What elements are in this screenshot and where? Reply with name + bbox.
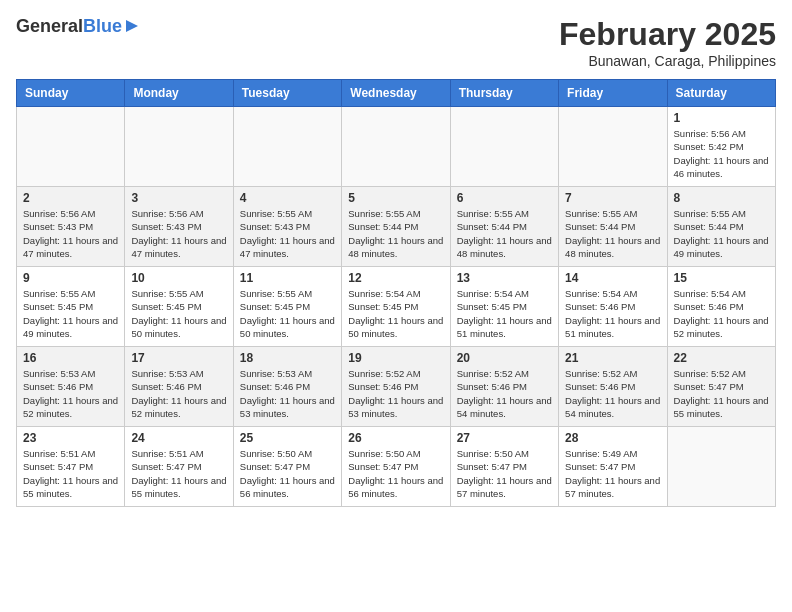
calendar-cell: [450, 107, 558, 187]
day-number: 3: [131, 191, 226, 205]
day-info: Sunrise: 5:54 AM Sunset: 5:46 PM Dayligh…: [565, 287, 660, 340]
calendar-week-row: 2Sunrise: 5:56 AM Sunset: 5:43 PM Daylig…: [17, 187, 776, 267]
day-number: 12: [348, 271, 443, 285]
day-number: 1: [674, 111, 769, 125]
day-info: Sunrise: 5:49 AM Sunset: 5:47 PM Dayligh…: [565, 447, 660, 500]
day-number: 20: [457, 351, 552, 365]
calendar-week-row: 23Sunrise: 5:51 AM Sunset: 5:47 PM Dayli…: [17, 427, 776, 507]
calendar-cell: [559, 107, 667, 187]
weekday-header: Friday: [559, 80, 667, 107]
calendar-cell: 11Sunrise: 5:55 AM Sunset: 5:45 PM Dayli…: [233, 267, 341, 347]
day-info: Sunrise: 5:55 AM Sunset: 5:45 PM Dayligh…: [240, 287, 335, 340]
location: Bunawan, Caraga, Philippines: [559, 53, 776, 69]
day-info: Sunrise: 5:56 AM Sunset: 5:42 PM Dayligh…: [674, 127, 769, 180]
day-number: 16: [23, 351, 118, 365]
day-info: Sunrise: 5:52 AM Sunset: 5:46 PM Dayligh…: [348, 367, 443, 420]
weekday-header: Monday: [125, 80, 233, 107]
calendar-table: SundayMondayTuesdayWednesdayThursdayFrid…: [16, 79, 776, 507]
calendar-cell: [125, 107, 233, 187]
calendar-cell: 3Sunrise: 5:56 AM Sunset: 5:43 PM Daylig…: [125, 187, 233, 267]
day-info: Sunrise: 5:55 AM Sunset: 5:43 PM Dayligh…: [240, 207, 335, 260]
day-info: Sunrise: 5:55 AM Sunset: 5:45 PM Dayligh…: [23, 287, 118, 340]
day-number: 13: [457, 271, 552, 285]
day-number: 22: [674, 351, 769, 365]
day-info: Sunrise: 5:50 AM Sunset: 5:47 PM Dayligh…: [348, 447, 443, 500]
day-number: 23: [23, 431, 118, 445]
calendar-week-row: 1Sunrise: 5:56 AM Sunset: 5:42 PM Daylig…: [17, 107, 776, 187]
calendar-cell: [17, 107, 125, 187]
calendar-cell: 10Sunrise: 5:55 AM Sunset: 5:45 PM Dayli…: [125, 267, 233, 347]
calendar-cell: 24Sunrise: 5:51 AM Sunset: 5:47 PM Dayli…: [125, 427, 233, 507]
day-info: Sunrise: 5:52 AM Sunset: 5:46 PM Dayligh…: [457, 367, 552, 420]
calendar-cell: 5Sunrise: 5:55 AM Sunset: 5:44 PM Daylig…: [342, 187, 450, 267]
calendar-cell: 20Sunrise: 5:52 AM Sunset: 5:46 PM Dayli…: [450, 347, 558, 427]
weekday-header: Saturday: [667, 80, 775, 107]
day-info: Sunrise: 5:56 AM Sunset: 5:43 PM Dayligh…: [23, 207, 118, 260]
month-year: February 2025: [559, 16, 776, 53]
day-info: Sunrise: 5:50 AM Sunset: 5:47 PM Dayligh…: [457, 447, 552, 500]
day-info: Sunrise: 5:55 AM Sunset: 5:44 PM Dayligh…: [457, 207, 552, 260]
calendar-cell: [233, 107, 341, 187]
calendar-cell: 21Sunrise: 5:52 AM Sunset: 5:46 PM Dayli…: [559, 347, 667, 427]
calendar-cell: 12Sunrise: 5:54 AM Sunset: 5:45 PM Dayli…: [342, 267, 450, 347]
calendar-cell: 18Sunrise: 5:53 AM Sunset: 5:46 PM Dayli…: [233, 347, 341, 427]
calendar-cell: 15Sunrise: 5:54 AM Sunset: 5:46 PM Dayli…: [667, 267, 775, 347]
day-number: 11: [240, 271, 335, 285]
calendar-cell: 27Sunrise: 5:50 AM Sunset: 5:47 PM Dayli…: [450, 427, 558, 507]
calendar-cell: 14Sunrise: 5:54 AM Sunset: 5:46 PM Dayli…: [559, 267, 667, 347]
day-number: 6: [457, 191, 552, 205]
day-number: 2: [23, 191, 118, 205]
day-info: Sunrise: 5:53 AM Sunset: 5:46 PM Dayligh…: [131, 367, 226, 420]
calendar-cell: 25Sunrise: 5:50 AM Sunset: 5:47 PM Dayli…: [233, 427, 341, 507]
day-number: 14: [565, 271, 660, 285]
calendar-cell: 7Sunrise: 5:55 AM Sunset: 5:44 PM Daylig…: [559, 187, 667, 267]
calendar-cell: 1Sunrise: 5:56 AM Sunset: 5:42 PM Daylig…: [667, 107, 775, 187]
calendar-week-row: 16Sunrise: 5:53 AM Sunset: 5:46 PM Dayli…: [17, 347, 776, 427]
calendar-cell: [342, 107, 450, 187]
day-number: 9: [23, 271, 118, 285]
day-info: Sunrise: 5:53 AM Sunset: 5:46 PM Dayligh…: [240, 367, 335, 420]
calendar-cell: 26Sunrise: 5:50 AM Sunset: 5:47 PM Dayli…: [342, 427, 450, 507]
weekday-header-row: SundayMondayTuesdayWednesdayThursdayFrid…: [17, 80, 776, 107]
day-number: 7: [565, 191, 660, 205]
calendar-cell: 4Sunrise: 5:55 AM Sunset: 5:43 PM Daylig…: [233, 187, 341, 267]
calendar-cell: 28Sunrise: 5:49 AM Sunset: 5:47 PM Dayli…: [559, 427, 667, 507]
day-info: Sunrise: 5:54 AM Sunset: 5:45 PM Dayligh…: [457, 287, 552, 340]
day-info: Sunrise: 5:55 AM Sunset: 5:44 PM Dayligh…: [348, 207, 443, 260]
day-info: Sunrise: 5:55 AM Sunset: 5:45 PM Dayligh…: [131, 287, 226, 340]
day-number: 8: [674, 191, 769, 205]
logo-general: General: [16, 16, 83, 36]
day-number: 21: [565, 351, 660, 365]
day-number: 18: [240, 351, 335, 365]
day-number: 25: [240, 431, 335, 445]
day-info: Sunrise: 5:55 AM Sunset: 5:44 PM Dayligh…: [565, 207, 660, 260]
day-number: 10: [131, 271, 226, 285]
logo-icon: [124, 18, 140, 34]
day-number: 26: [348, 431, 443, 445]
calendar-cell: 9Sunrise: 5:55 AM Sunset: 5:45 PM Daylig…: [17, 267, 125, 347]
calendar-cell: 16Sunrise: 5:53 AM Sunset: 5:46 PM Dayli…: [17, 347, 125, 427]
day-number: 17: [131, 351, 226, 365]
day-info: Sunrise: 5:55 AM Sunset: 5:44 PM Dayligh…: [674, 207, 769, 260]
day-info: Sunrise: 5:52 AM Sunset: 5:47 PM Dayligh…: [674, 367, 769, 420]
day-number: 24: [131, 431, 226, 445]
day-number: 27: [457, 431, 552, 445]
logo-blue: Blue: [83, 16, 122, 36]
calendar-header: SundayMondayTuesdayWednesdayThursdayFrid…: [17, 80, 776, 107]
day-info: Sunrise: 5:52 AM Sunset: 5:46 PM Dayligh…: [565, 367, 660, 420]
svg-marker-0: [126, 20, 138, 32]
calendar-body: 1Sunrise: 5:56 AM Sunset: 5:42 PM Daylig…: [17, 107, 776, 507]
calendar-cell: 17Sunrise: 5:53 AM Sunset: 5:46 PM Dayli…: [125, 347, 233, 427]
calendar-cell: [667, 427, 775, 507]
weekday-header: Tuesday: [233, 80, 341, 107]
calendar-cell: 6Sunrise: 5:55 AM Sunset: 5:44 PM Daylig…: [450, 187, 558, 267]
day-number: 4: [240, 191, 335, 205]
day-number: 5: [348, 191, 443, 205]
weekday-header: Sunday: [17, 80, 125, 107]
day-info: Sunrise: 5:51 AM Sunset: 5:47 PM Dayligh…: [131, 447, 226, 500]
weekday-header: Wednesday: [342, 80, 450, 107]
day-info: Sunrise: 5:54 AM Sunset: 5:46 PM Dayligh…: [674, 287, 769, 340]
weekday-header: Thursday: [450, 80, 558, 107]
calendar-cell: 22Sunrise: 5:52 AM Sunset: 5:47 PM Dayli…: [667, 347, 775, 427]
calendar-cell: 13Sunrise: 5:54 AM Sunset: 5:45 PM Dayli…: [450, 267, 558, 347]
